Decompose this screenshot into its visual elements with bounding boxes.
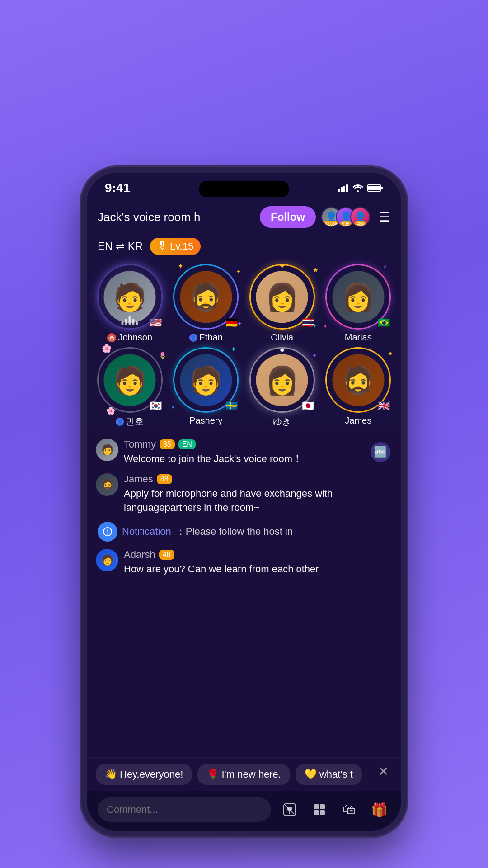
- flag-olivia: 🇹🇭: [302, 317, 314, 329]
- voice-slot-ethan[interactable]: ✦ ✦ ✦ 🧔 🇩🇪 👤 Ethan: [170, 264, 242, 343]
- svg-rect-6: [381, 187, 383, 189]
- flag-johnson: 🇺🇸: [150, 317, 162, 329]
- flag-ethan: 🇩🇪: [225, 317, 238, 329]
- chat-message-tommy: 🧑 Tommy 35 EN Welcome to join the Jack's…: [96, 439, 392, 466]
- chat-message-james: 🧔 James 48 Apply for microphone and have…: [96, 473, 392, 515]
- svg-rect-7: [368, 186, 380, 190]
- svg-rect-12: [314, 804, 319, 809]
- chat-content-adarsh: Adarsh 48 How are you? Can we learn from…: [124, 549, 392, 576]
- chat-name-adarsh: Adarsh: [124, 549, 155, 561]
- voice-slot-marias[interactable]: ♪ ✦ 👩 🇧🇷 Marias: [323, 264, 394, 343]
- app-header: Jack's voice room h Follow 👤 10.8k 👤 998…: [87, 200, 401, 234]
- avatar-group: 👤 10.8k 👤 998 👤 488: [321, 207, 370, 227]
- chat-content-tommy: Tommy 35 EN Welcome to join the Jack's v…: [124, 439, 392, 466]
- language-display: EN ⇌ KR: [98, 240, 143, 253]
- notch: [199, 181, 289, 197]
- mute-icon[interactable]: [278, 798, 301, 821]
- comment-input[interactable]: [98, 797, 271, 822]
- status-icons: [338, 184, 383, 192]
- svg-rect-14: [314, 810, 319, 815]
- chat-name-james: James: [124, 473, 153, 485]
- quick-reply-2[interactable]: 🌹 I'm new here.: [197, 764, 290, 785]
- room-title: Jack's voice room h: [98, 210, 254, 224]
- chat-area: 🔤 🧑 Tommy 35 EN Welcome to join the Jack…: [87, 431, 401, 757]
- lang-bar: EN ⇌ KR 🎖 Lv.15: [87, 234, 401, 260]
- flag-marias: 🇧🇷: [378, 317, 390, 329]
- flag-pashery: 🇸🇪: [225, 400, 238, 412]
- user-label-yuki: ゆき: [273, 415, 291, 428]
- user-icon-minho: 👤: [116, 418, 124, 426]
- notif-text: ：Please follow the host in: [176, 525, 293, 538]
- level-icon: 🎖: [157, 241, 167, 252]
- level-text: Lv.15: [170, 241, 193, 252]
- svg-rect-0: [338, 189, 340, 192]
- svg-rect-13: [320, 804, 325, 809]
- user-label-olivia: Olivia: [271, 332, 293, 343]
- chat-avatar-adarsh: 🧑: [96, 549, 118, 571]
- follow-button[interactable]: Follow: [260, 206, 316, 228]
- bottom-bar: 🛍 🎁: [87, 791, 401, 831]
- user-label-ethan: 👤 Ethan: [189, 332, 223, 343]
- host-icon: 🏠: [107, 333, 116, 342]
- user-label-james: James: [345, 415, 371, 426]
- voice-slot-olivia[interactable]: ✦ ★ ✦ 👩 🇹🇭 Olivia: [246, 264, 318, 343]
- quick-replies: 👋 Hey,everyone! 🌹 I'm new here. 💛 what's…: [87, 757, 401, 791]
- translate-icon[interactable]: 🔤: [371, 442, 390, 462]
- svg-rect-2: [343, 186, 345, 192]
- close-quick-replies[interactable]: ✕: [375, 764, 392, 785]
- bag-icon[interactable]: 🛍: [338, 798, 361, 821]
- level-badge: 🎖 Lv.15: [150, 238, 201, 255]
- chat-text-tommy: Welcome to join the Jack's voice room！: [124, 452, 392, 466]
- svg-rect-3: [346, 184, 348, 192]
- user-label-minho: 👤 민호: [116, 415, 144, 428]
- svg-rect-1: [341, 187, 343, 192]
- grid-icon[interactable]: [308, 798, 331, 821]
- voice-grid: 🧑 🇺🇸 🏠 Johnson: [87, 260, 401, 431]
- phone-frame: 9:41 Jack's voice room h Follow 👤 10.8k …: [81, 167, 407, 836]
- status-time: 9:41: [105, 181, 130, 195]
- voice-slot-minho[interactable]: 🌸 🌷 🌸 🧑 🇰🇷 👤 민호: [94, 347, 166, 428]
- gift-icon[interactable]: 🎁: [368, 798, 390, 821]
- notif-label: Notification: [122, 526, 171, 538]
- user-icon-ethan: 👤: [189, 334, 197, 342]
- chat-avatar-tommy: 🧑: [96, 439, 118, 461]
- menu-icon[interactable]: ☰: [379, 210, 390, 225]
- chat-text-james: Apply for microphone and have exchanges …: [124, 487, 392, 515]
- chat-avatar-james-chat: 🧔: [96, 473, 118, 496]
- user-label-pashery: Pashery: [189, 415, 222, 426]
- svg-rect-10: [287, 807, 292, 811]
- user-label-marias: Marias: [345, 332, 372, 343]
- avatar-3: 👤 488: [350, 207, 370, 227]
- flag-yuki: 🇯🇵: [302, 400, 314, 412]
- notif-icon: [98, 522, 117, 542]
- flag-minho: 🇰🇷: [150, 400, 162, 412]
- chat-name-tommy: Tommy: [124, 439, 156, 450]
- flag-james: 🇬🇧: [378, 400, 390, 412]
- chat-text-adarsh: How are you? Can we learn from each othe…: [124, 562, 392, 576]
- voice-slot-yuki[interactable]: ✦ ✦ 👩 🇯🇵 ゆき: [246, 347, 318, 428]
- quick-reply-1[interactable]: 👋 Hey,everyone!: [96, 764, 192, 785]
- chat-message-adarsh: 🧑 Adarsh 48 How are you? Can we learn fr…: [96, 549, 392, 576]
- voice-slot-james[interactable]: ✦ 🧔 🇬🇧 James: [323, 347, 394, 428]
- voice-slot-johnson[interactable]: 🧑 🇺🇸 🏠 Johnson: [94, 264, 166, 343]
- svg-rect-15: [320, 810, 325, 815]
- quick-reply-3[interactable]: 💛 what's t: [296, 764, 362, 785]
- user-label-johnson: 🏠 Johnson: [107, 332, 152, 343]
- chat-content-james: James 48 Apply for microphone and have e…: [124, 473, 392, 515]
- notification-row: Notification ：Please follow the host in: [96, 522, 392, 542]
- voice-slot-pashery[interactable]: ✦ ✦ 🧑 🇸🇪 Pashery: [170, 347, 242, 428]
- app-content: Jack's voice room h Follow 👤 10.8k 👤 998…: [87, 200, 401, 831]
- status-bar: 9:41: [87, 173, 401, 200]
- svg-point-4: [357, 190, 359, 192]
